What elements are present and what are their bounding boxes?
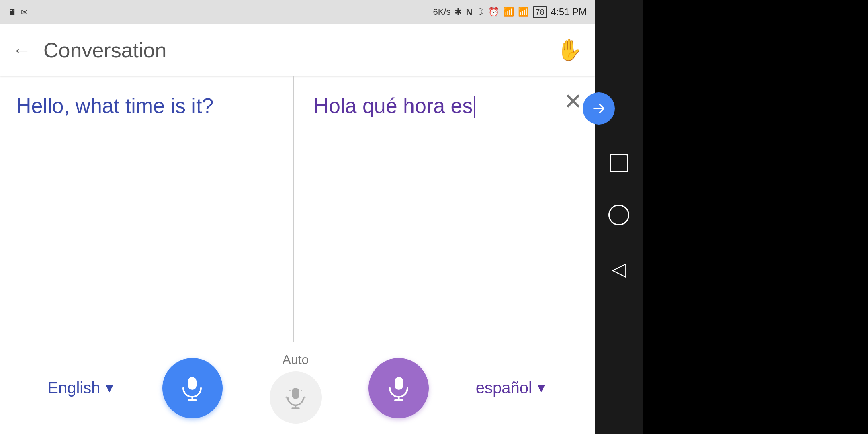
page-title: Conversation — [43, 38, 557, 62]
left-language-label: English — [47, 379, 100, 397]
screen-icon: 🖥 — [8, 8, 16, 17]
right-edge — [643, 0, 868, 434]
moon-icon: ☽ — [476, 7, 484, 17]
recents-button[interactable] — [610, 154, 628, 172]
right-language-label: español — [476, 379, 532, 397]
back-nav-button[interactable]: ◁ — [612, 258, 626, 280]
hand-icon[interactable]: ✋ — [557, 38, 583, 62]
app-bar: ← Conversation ✋ — [0, 24, 595, 76]
network-speed: 6K/s — [433, 7, 450, 17]
right-language-dropdown-icon: ▼ — [535, 381, 547, 395]
left-language-selector[interactable]: English ▼ — [47, 379, 115, 397]
svg-rect-3 — [292, 388, 299, 399]
translated-text: Hola qué hora es — [314, 92, 579, 120]
left-mic-button[interactable] — [162, 358, 223, 418]
left-language-dropdown-icon: ▼ — [104, 381, 116, 395]
signal-icon: 📶 — [518, 7, 529, 17]
auto-label: Auto — [283, 352, 309, 367]
right-mic-button[interactable] — [368, 358, 429, 418]
mail-icon: ✉ — [21, 7, 28, 17]
right-language-selector[interactable]: español ▼ — [476, 379, 547, 397]
alarm-icon: ⏰ — [488, 7, 499, 17]
clear-button[interactable]: ✕ — [564, 90, 583, 113]
source-text[interactable]: Hello, what time is it? — [16, 92, 281, 120]
svg-rect-0 — [188, 377, 197, 390]
back-button[interactable]: ← — [12, 41, 31, 60]
bottom-controls: English ▼ Auto — [0, 342, 595, 434]
battery-icon: 78 — [533, 6, 547, 18]
center-auto-section: Auto — [270, 352, 322, 424]
right-panel: Hola qué hora es ✕ — [294, 76, 595, 342]
svg-point-6 — [286, 396, 288, 398]
home-button[interactable] — [608, 205, 629, 225]
svg-rect-10 — [395, 377, 403, 390]
svg-point-9 — [301, 390, 302, 391]
main-content: Hello, what time is it? Hola qué hora es… — [0, 76, 595, 342]
status-time: 4:51 PM — [551, 6, 587, 18]
svg-point-8 — [289, 390, 291, 391]
svg-point-7 — [304, 396, 306, 398]
status-bar: 🖥 ✉ 6K/s ✱ N ☽ ⏰ 📶 📶 78 4:51 PM — [0, 0, 595, 24]
nfc-icon: N — [466, 7, 472, 17]
text-cursor — [474, 96, 475, 118]
left-panel: Hello, what time is it? — [0, 76, 294, 342]
auto-mic-button[interactable] — [270, 371, 322, 424]
status-bar-left: 🖥 ✉ — [8, 7, 28, 17]
translate-arrow-button[interactable] — [583, 92, 615, 125]
wifi-icon: 📶 — [503, 7, 514, 17]
bluetooth-icon: ✱ — [454, 7, 462, 17]
status-bar-right: 6K/s ✱ N ☽ ⏰ 📶 📶 78 4:51 PM — [433, 6, 587, 18]
android-nav-bar: ◁ — [595, 0, 643, 434]
